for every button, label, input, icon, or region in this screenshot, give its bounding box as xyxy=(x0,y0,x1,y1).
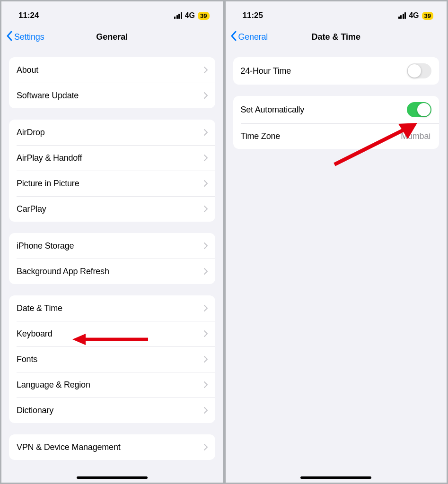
status-time: 11:25 xyxy=(243,11,263,20)
row-label: AirPlay & Handoff xyxy=(17,153,204,163)
dual-screenshot-frame: 11:24 4G 39 Settings General About xyxy=(0,0,448,484)
signal-icon xyxy=(174,12,182,19)
row-dictionary[interactable]: Dictionary xyxy=(9,398,215,423)
chevron-right-icon xyxy=(204,180,208,187)
row-fonts[interactable]: Fonts xyxy=(9,346,215,372)
row-language-region[interactable]: Language & Region xyxy=(9,372,215,398)
row-date-time[interactable]: Date & Time xyxy=(9,295,215,321)
chevron-right-icon xyxy=(204,268,208,275)
home-indicator[interactable] xyxy=(300,476,371,479)
row-label: AirDrop xyxy=(17,128,204,138)
phone-left: 11:24 4G 39 Settings General About xyxy=(1,1,223,483)
chevron-right-icon xyxy=(204,129,208,136)
battery-badge: 39 xyxy=(422,12,433,20)
chevron-right-icon xyxy=(204,407,208,414)
settings-group: VPN & Device Management xyxy=(9,434,215,460)
settings-group: AirDrop AirPlay & Handoff Picture in Pic… xyxy=(9,120,215,222)
row-detail-value: Mumbai xyxy=(401,131,430,141)
row-about[interactable]: About xyxy=(9,57,215,83)
row-label: VPN & Device Management xyxy=(17,442,204,452)
row-label: Time Zone xyxy=(241,131,401,141)
status-right: 4G 39 xyxy=(174,11,209,20)
nav-bar: General Date & Time xyxy=(226,25,447,49)
settings-group: Set Automatically Time Zone Mumbai xyxy=(233,96,439,149)
row-vpn-device-management[interactable]: VPN & Device Management xyxy=(9,434,215,460)
back-button[interactable]: General xyxy=(226,31,268,43)
row-airdrop[interactable]: AirDrop xyxy=(9,120,215,145)
row-picture-in-picture[interactable]: Picture in Picture xyxy=(9,171,215,196)
back-button[interactable]: Settings xyxy=(1,31,44,43)
row-label: iPhone Storage xyxy=(17,241,204,251)
row-airplay-handoff[interactable]: AirPlay & Handoff xyxy=(9,145,215,171)
row-time-zone[interactable]: Time Zone Mumbai xyxy=(233,123,439,149)
chevron-right-icon xyxy=(204,92,208,99)
chevron-right-icon xyxy=(204,155,208,161)
row-label: Fonts xyxy=(17,354,204,364)
row-background-app-refresh[interactable]: Background App Refresh xyxy=(9,259,215,284)
row-label: 24-Hour Time xyxy=(241,66,407,76)
chevron-right-icon xyxy=(204,206,208,212)
chevron-right-icon xyxy=(204,305,208,311)
settings-group: iPhone Storage Background App Refresh xyxy=(9,233,215,284)
chevron-left-icon xyxy=(6,31,13,43)
settings-group: 24-Hour Time xyxy=(233,57,439,85)
row-label: About xyxy=(17,65,204,75)
row-label: Language & Region xyxy=(17,380,204,390)
chevron-right-icon xyxy=(204,381,208,388)
settings-list: About Software Update AirDrop AirPlay & … xyxy=(1,57,223,460)
chevron-right-icon xyxy=(204,444,208,450)
row-set-automatically[interactable]: Set Automatically xyxy=(233,96,439,123)
status-bar: 11:24 4G 39 xyxy=(1,1,223,25)
chevron-right-icon xyxy=(204,356,208,363)
network-label: 4G xyxy=(409,11,419,20)
row-label: Set Automatically xyxy=(241,105,407,115)
status-right: 4G 39 xyxy=(398,11,433,20)
nav-bar: Settings General xyxy=(1,25,223,49)
chevron-left-icon xyxy=(230,31,237,43)
row-24-hour-time[interactable]: 24-Hour Time xyxy=(233,57,439,85)
home-indicator[interactable] xyxy=(77,476,148,479)
toggle-set-automatically[interactable] xyxy=(407,102,431,117)
settings-list: 24-Hour Time Set Automatically Time Zone… xyxy=(226,57,447,149)
chevron-right-icon xyxy=(204,330,208,337)
battery-badge: 39 xyxy=(198,12,209,20)
toggle-24-hour-time[interactable] xyxy=(407,63,431,78)
phone-right: 11:25 4G 39 General Date & Time 24-Hour … xyxy=(226,1,447,483)
row-label: Dictionary xyxy=(17,406,204,415)
chevron-right-icon xyxy=(204,67,208,73)
status-time: 11:24 xyxy=(18,11,39,20)
row-label: Picture in Picture xyxy=(17,179,204,189)
row-label: Software Update xyxy=(17,91,204,101)
status-bar: 11:25 4G 39 xyxy=(226,1,447,25)
settings-group: Date & Time Keyboard Fonts Language & Re… xyxy=(9,295,215,423)
back-label: Settings xyxy=(14,32,44,42)
row-label: Keyboard xyxy=(17,329,204,339)
row-label: CarPlay xyxy=(17,204,204,214)
row-label: Background App Refresh xyxy=(17,267,204,277)
signal-icon xyxy=(398,12,406,19)
row-carplay[interactable]: CarPlay xyxy=(9,196,215,222)
row-iphone-storage[interactable]: iPhone Storage xyxy=(9,233,215,259)
settings-group: About Software Update xyxy=(9,57,215,108)
back-label: General xyxy=(238,32,268,42)
row-keyboard[interactable]: Keyboard xyxy=(9,321,215,346)
row-label: Date & Time xyxy=(17,303,204,313)
network-label: 4G xyxy=(185,11,195,20)
row-software-update[interactable]: Software Update xyxy=(9,83,215,108)
chevron-right-icon xyxy=(204,242,208,249)
